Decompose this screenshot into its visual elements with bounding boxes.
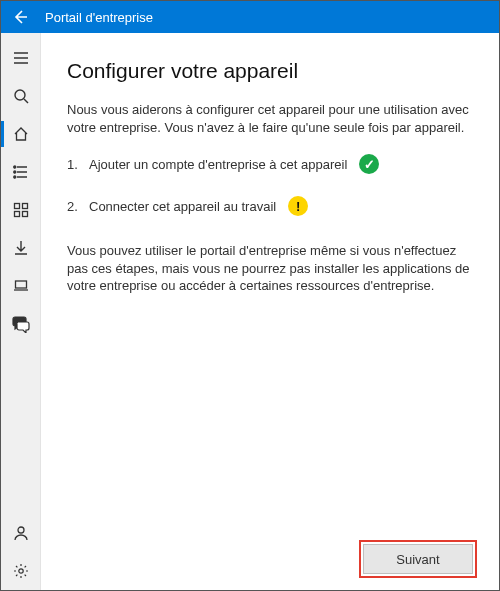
home-icon (13, 126, 29, 142)
next-button[interactable]: Suivant (363, 544, 473, 574)
list-icon (13, 164, 29, 180)
sidebar-hamburger[interactable] (1, 39, 41, 77)
step-number: 1. (67, 157, 81, 172)
sidebar-settings[interactable] (1, 552, 41, 590)
svg-rect-4 (14, 204, 19, 209)
chat-icon (12, 315, 30, 333)
svg-point-3 (13, 176, 15, 178)
svg-point-2 (13, 171, 15, 173)
back-button[interactable] (1, 9, 41, 25)
sidebar-home[interactable] (1, 115, 41, 153)
gear-icon (13, 563, 29, 579)
page-title: Configurer votre appareil (67, 59, 473, 83)
back-arrow-icon (13, 9, 29, 25)
grid-icon (13, 202, 29, 218)
sidebar-list[interactable] (1, 153, 41, 191)
app-title: Portail d'entreprise (41, 10, 153, 25)
sidebar-download[interactable] (1, 229, 41, 267)
svg-point-10 (18, 569, 22, 573)
note-text: Vous pouvez utiliser le portail d'entrep… (67, 242, 473, 295)
step-number: 2. (67, 199, 81, 214)
step-row: 2. Connecter cet appareil au travail (67, 196, 473, 216)
sidebar-grid[interactable] (1, 191, 41, 229)
sidebar-laptop[interactable] (1, 267, 41, 305)
sidebar-person[interactable] (1, 514, 41, 552)
svg-rect-7 (22, 212, 27, 217)
svg-rect-5 (22, 204, 27, 209)
footer: Suivant (67, 534, 473, 574)
download-icon (13, 240, 29, 256)
step-text: Ajouter un compte d'entreprise à cet app… (89, 157, 347, 172)
svg-point-1 (13, 166, 15, 168)
status-done-icon (359, 154, 379, 174)
intro-text: Nous vous aiderons à configurer cet appa… (67, 101, 473, 136)
status-warning-icon (288, 196, 308, 216)
setup-steps: 1. Ajouter un compte d'entreprise à cet … (67, 154, 473, 238)
step-row: 1. Ajouter un compte d'entreprise à cet … (67, 154, 473, 174)
svg-rect-8 (15, 281, 26, 288)
content-pane: Configurer votre appareil Nous vous aide… (41, 33, 499, 590)
search-icon (13, 88, 29, 104)
sidebar-chat[interactable] (1, 305, 41, 343)
laptop-icon (13, 278, 29, 294)
titlebar: Portail d'entreprise (1, 1, 499, 33)
sidebar (1, 33, 41, 590)
hamburger-icon (13, 50, 29, 66)
step-text: Connecter cet appareil au travail (89, 199, 276, 214)
svg-point-9 (18, 527, 24, 533)
svg-point-0 (15, 90, 25, 100)
person-icon (13, 525, 29, 541)
sidebar-search[interactable] (1, 77, 41, 115)
svg-rect-6 (14, 212, 19, 217)
